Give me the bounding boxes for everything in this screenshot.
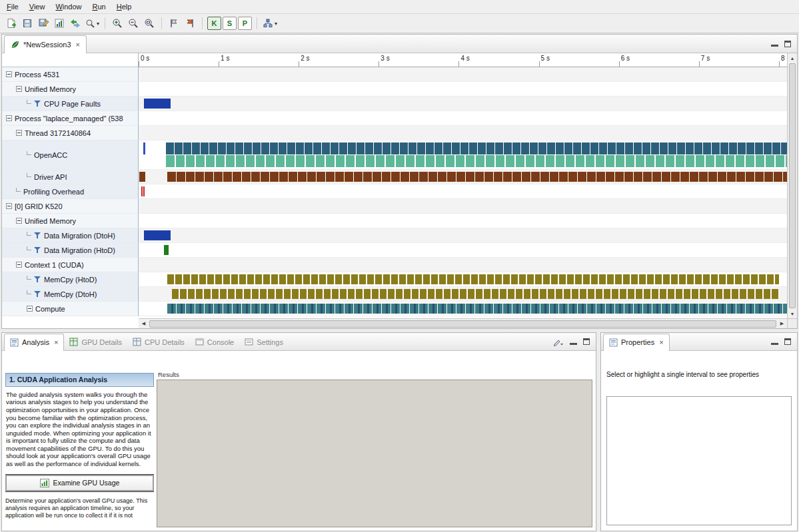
timeline-interval-bar[interactable] [166,155,787,167]
timeline-row-label[interactable]: Process "laplace_managed" (538 [2,111,139,126]
timeline-interval-bar[interactable] [166,142,787,154]
minimize-icon[interactable] [570,339,577,345]
dropdown-caret-icon[interactable]: ▾ [275,21,277,27]
collapse-icon[interactable] [16,262,22,268]
collapse-icon[interactable] [27,306,33,312]
filter-icon[interactable] [34,276,41,283]
session-tab[interactable]: *NewSession3 × [4,35,87,53]
timeline-interval-bar[interactable] [139,172,145,182]
timeline-ruler[interactable]: 0 s1 s2 s3 s4 s5 s6 s7 s8 [139,53,787,67]
menu-file[interactable]: File [1,1,24,13]
zoom-out-icon[interactable] [125,15,141,31]
stream-toggle-button[interactable]: S [223,17,237,30]
collapse-icon[interactable] [16,130,22,136]
collapse-icon[interactable] [16,218,22,224]
maximize-icon[interactable] [784,338,791,345]
timeline-row-track[interactable] [139,184,787,199]
close-icon[interactable]: × [659,338,663,346]
timeline-row-label[interactable]: Data Migration (DtoH) [2,228,139,243]
timeline-row-track[interactable] [139,243,787,258]
tab-cpu-details[interactable]: CPU Details [127,334,190,351]
minimize-icon[interactable] [771,41,778,47]
filter-icon[interactable] [34,232,41,239]
collapse-icon[interactable] [6,115,12,121]
vertical-scroll-thumb[interactable] [789,63,796,308]
timeline-row-label[interactable]: Driver API [2,170,139,184]
horizontal-scrollbar[interactable]: ◀ ▶ [139,318,787,328]
timeline-row-track[interactable] [139,67,787,82]
save-icon[interactable] [19,15,35,31]
save-as-icon[interactable] [35,15,51,31]
vertical-scrollbar[interactable]: ▲ ▼ [787,53,797,318]
profile-application-icon[interactable] [51,15,67,31]
maximize-icon[interactable] [583,338,590,345]
timeline-row-label[interactable]: CPU Page Faults [2,97,139,111]
examine-gpu-usage-button[interactable]: Examine GPU Usage [5,475,154,491]
tab-gpu-details[interactable]: GPU Details [64,334,127,351]
timeline-row-label[interactable]: Compute [2,302,139,316]
timeline-row-label[interactable]: MemCpy (DtoH) [2,287,139,302]
timeline-row-label[interactable]: Profiling Overhead [2,184,139,199]
horizontal-scroll-thumb[interactable] [149,320,776,328]
timeline-interval-bar[interactable] [167,172,787,182]
view-menu-icon[interactable] [553,338,564,346]
scroll-left-icon[interactable]: ◀ [139,319,149,328]
timeline-row-track[interactable] [139,287,787,302]
timeline-row-label[interactable]: Unified Memory [2,214,139,228]
timeline-row-track[interactable] [139,228,787,243]
tab-properties[interactable]: Properties × [603,334,670,351]
timeline-row-label[interactable]: Process 4531 [2,67,139,82]
timeline-row-track[interactable] [139,302,787,316]
analysis-stage-header[interactable]: 1. CUDA Application Analysis [5,373,154,387]
tab-settings[interactable]: Settings [239,334,289,351]
filter-icon[interactable] [34,100,41,107]
close-icon[interactable]: × [76,41,80,49]
timeline-row-track[interactable] [139,97,787,111]
maximize-icon[interactable] [784,41,791,47]
scroll-up-icon[interactable]: ▲ [788,53,797,63]
import-export-icon[interactable] [67,15,83,31]
timeline-row-track[interactable] [139,140,787,170]
collapse-icon[interactable] [6,203,12,209]
collapse-icon[interactable] [16,86,22,92]
filter-icon[interactable] [34,290,41,298]
timeline-row-label[interactable]: OpenACC [2,140,139,170]
next-marker-icon[interactable] [166,15,182,31]
timeline-interval-bar[interactable] [144,99,171,109]
search-settings-icon[interactable]: ▾ [83,15,101,31]
timeline-row-label[interactable]: Unified Memory [2,82,139,97]
timeline-row-label[interactable]: Data Migration (HtoD) [2,243,139,258]
minimize-icon[interactable] [771,339,778,345]
menu-help[interactable]: Help [111,1,137,13]
timeline-interval-bar[interactable] [167,304,787,314]
timeline-row-track[interactable] [139,126,787,140]
prev-marker-icon[interactable] [182,15,198,31]
scroll-down-icon[interactable]: ▼ [788,309,797,318]
scroll-right-icon[interactable]: ▶ [777,319,787,328]
timeline-row-label[interactable]: Thread 3172140864 [2,126,139,140]
timeline-interval-bar[interactable] [144,230,171,240]
close-icon[interactable]: × [54,338,58,346]
tab-analysis[interactable]: Analysis × [4,334,64,351]
process-toggle-button[interactable]: P [238,17,252,30]
new-session-icon[interactable] [3,15,19,31]
tab-console[interactable]: Console [190,334,239,351]
timeline-interval-bar[interactable] [167,274,779,284]
timeline-row-track[interactable] [139,111,787,126]
timeline-row-track[interactable] [139,82,787,97]
timeline-interval-bar[interactable] [164,245,169,255]
timeline-interval-bar[interactable] [172,289,779,299]
timeline-interval-bar[interactable] [143,142,145,154]
menu-view[interactable]: View [24,1,51,13]
filter-icon[interactable] [34,246,41,254]
collapse-icon[interactable] [6,71,12,77]
kernel-toggle-button[interactable]: K [207,17,221,30]
timeline-row-label[interactable]: Context 1 (CUDA) [2,258,139,272]
menu-window[interactable]: Window [50,1,87,13]
analysis-wizard-icon[interactable]: ▾ [261,15,279,31]
timeline-row-track[interactable] [139,272,787,287]
dropdown-caret-icon[interactable]: ▾ [97,21,99,27]
timeline-row-track[interactable] [139,214,787,228]
timeline-interval-bar[interactable] [141,186,143,196]
timeline-row-track[interactable] [139,199,787,214]
